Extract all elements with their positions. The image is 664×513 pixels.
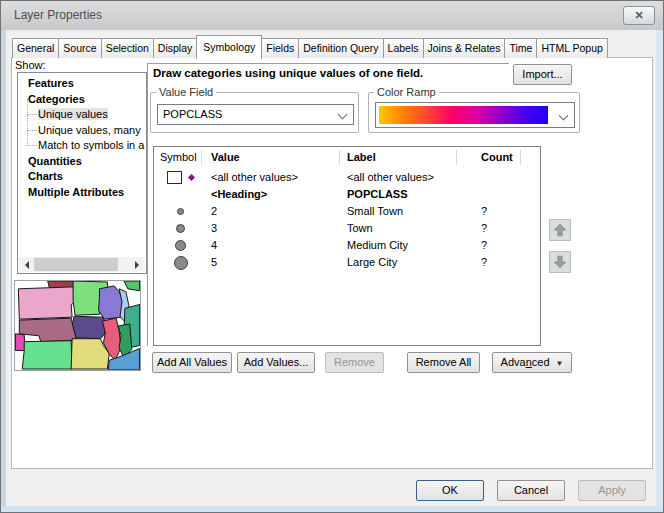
tree-item-label: Unique values [38, 108, 108, 120]
all-other-values-checkbox[interactable] [167, 171, 182, 184]
scroll-right-arrow-icon[interactable] [130, 257, 145, 272]
tree-item-label: Charts [28, 170, 63, 182]
tree-item-quantities[interactable]: Quantities [18, 154, 146, 170]
tab-general[interactable]: General [12, 38, 59, 58]
point-symbol-icon [188, 174, 195, 181]
label-cell: Town [347, 220, 373, 237]
label-cell: POPCLASS [347, 186, 408, 203]
circle-symbol-icon [177, 208, 184, 215]
window-frame-left [1, 30, 6, 506]
tab-labels[interactable]: Labels [383, 38, 424, 58]
table-row[interactable]: 5Large City? [154, 254, 540, 271]
table-row[interactable]: 3Town? [154, 220, 540, 237]
table-row[interactable]: <Heading>POPCLASS [154, 186, 540, 203]
tree-item-charts[interactable]: Charts [18, 169, 146, 185]
up-arrow-icon [552, 222, 568, 238]
table-row[interactable]: 4Medium City? [154, 237, 540, 254]
tab-selection[interactable]: Selection [101, 38, 154, 58]
tab-fields[interactable]: Fields [261, 38, 299, 58]
symbol-cell[interactable] [154, 186, 207, 203]
tree-item-categories[interactable]: Categories [18, 92, 146, 108]
value-field-dropdown[interactable]: POPCLASS [157, 104, 354, 125]
renderer-instruction: Draw categories using unique values of o… [153, 67, 423, 79]
import-button[interactable]: Import... [513, 64, 572, 85]
apply-button[interactable]: Apply [578, 480, 646, 501]
close-icon: ✕ [634, 9, 643, 21]
add-values-button[interactable]: Add Values... [237, 352, 315, 373]
color-ramp-label: Color Ramp [374, 86, 439, 98]
tree-item-unique-values-many[interactable]: Unique values, many [18, 123, 146, 139]
close-button[interactable]: ✕ [623, 6, 655, 25]
tab-symbology[interactable]: Symbology [196, 35, 262, 59]
symbol-cell[interactable] [154, 254, 207, 271]
tree-item-features[interactable]: Features [18, 76, 146, 92]
cancel-button[interactable]: Cancel [497, 480, 565, 501]
value-cell: 3 [211, 220, 217, 237]
move-up-button[interactable] [549, 219, 571, 241]
label-cell: <all other values> [347, 169, 434, 186]
tab-strip: GeneralSourceSelectionDisplaySymbologyFi… [12, 36, 607, 58]
remove-button[interactable]: Remove [325, 352, 384, 373]
tab-joins-relates[interactable]: Joins & Relates [423, 38, 506, 58]
table-header-count: Count [481, 147, 513, 168]
remove-all-button[interactable]: Remove All [407, 352, 480, 373]
header-separator [201, 150, 202, 165]
map-preview-image [15, 281, 140, 370]
symbol-cell[interactable] [154, 237, 207, 254]
tab-definition-query[interactable]: Definition Query [298, 38, 383, 58]
circle-symbol-icon [175, 240, 186, 251]
tree-item-match-to-symbols-in-a[interactable]: Match to symbols in a [18, 138, 146, 154]
label-cell: Large City [347, 254, 397, 271]
ok-button[interactable]: OK [416, 480, 484, 501]
count-cell: ? [481, 203, 487, 220]
window-frame-right [656, 30, 663, 506]
symbol-cell[interactable] [154, 203, 207, 220]
header-separator [520, 150, 521, 165]
title-bar[interactable]: Layer Properties [1, 1, 663, 30]
value-field-selected: POPCLASS [163, 108, 222, 120]
table-row[interactable]: 2Small Town? [154, 203, 540, 220]
label-cell: Medium City [347, 237, 408, 254]
table-header-label: Label [347, 147, 376, 168]
value-cell: 5 [211, 254, 217, 271]
tab-html-popup[interactable]: HTML Popup [536, 38, 607, 58]
tab-display[interactable]: Display [153, 38, 197, 58]
move-down-button[interactable] [549, 251, 571, 273]
scrollbar-thumb[interactable] [34, 258, 118, 271]
unique-values-table[interactable]: Symbol Value Label Count <all other valu… [153, 146, 541, 346]
panel-divider-horizontal [147, 63, 509, 64]
table-row[interactable]: <all other values><all other values> [154, 169, 540, 186]
count-cell: ? [481, 254, 487, 271]
down-arrow-icon [552, 254, 568, 270]
tree-item-label: Match to symbols in a [38, 139, 144, 151]
value-cell: 4 [211, 237, 217, 254]
tree-item-unique-values[interactable]: Unique values [18, 107, 146, 123]
label-cell: Small Town [347, 203, 403, 220]
tree-item-label: Features [28, 77, 74, 89]
color-ramp-dropdown[interactable] [375, 102, 575, 128]
advanced-button[interactable]: Advanced▼ [492, 352, 572, 373]
scroll-left-arrow-icon[interactable] [19, 257, 34, 272]
symbol-cell[interactable] [154, 220, 207, 237]
tab-source[interactable]: Source [58, 38, 101, 58]
color-ramp-gradient [379, 106, 548, 124]
symbol-cell[interactable] [154, 169, 207, 186]
add-all-values-button[interactable]: Add All Values [152, 352, 232, 373]
window-frame-bottom [1, 506, 663, 512]
circle-symbol-icon [176, 224, 185, 233]
header-separator [339, 150, 340, 165]
value-field-group: Value Field POPCLASS [150, 92, 359, 133]
table-header-symbol: Symbol [160, 147, 197, 168]
show-tree[interactable]: FeaturesCategoriesUnique valuesUnique va… [17, 72, 147, 274]
header-separator [456, 150, 457, 165]
value-cell: <Heading> [211, 186, 267, 203]
value-cell: 2 [211, 203, 217, 220]
symbology-preview-map [14, 280, 141, 371]
table-header-value: Value [211, 147, 240, 168]
tree-item-multiple-attributes[interactable]: Multiple Attributes [18, 185, 146, 201]
tab-time[interactable]: Time [504, 38, 537, 58]
tree-horizontal-scrollbar[interactable] [19, 257, 145, 272]
show-label: Show: [15, 59, 46, 71]
panel-divider-vertical [147, 63, 148, 346]
value-field-label: Value Field [156, 86, 216, 98]
